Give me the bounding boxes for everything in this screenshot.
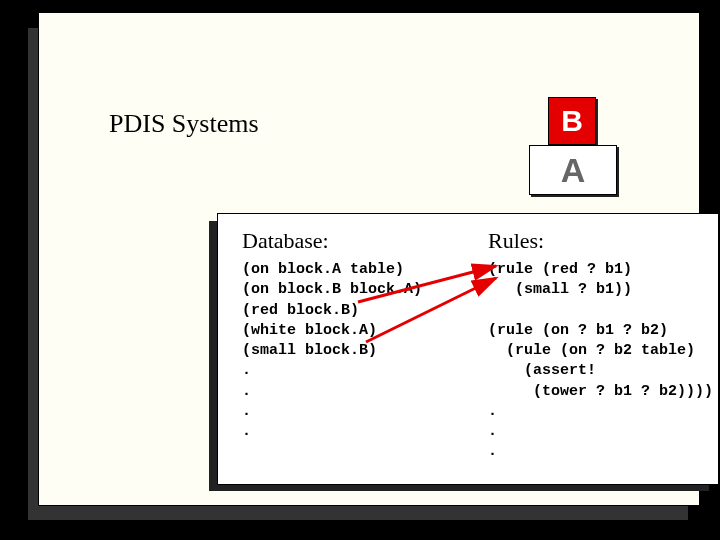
rules-column: Rules: (rule (red ? b1) (small ? b1)) (r…: [488, 228, 708, 463]
block-a: A: [529, 145, 617, 195]
database-code: (on block.A table) (on block.B block.A) …: [242, 260, 462, 442]
block-b: B: [548, 97, 596, 145]
database-column: Database: (on block.A table) (on block.B…: [242, 228, 462, 442]
block-a-label: A: [561, 151, 586, 190]
slide: PDIS Systems B A Database: (on block.A t…: [38, 12, 700, 506]
rules-heading: Rules:: [488, 228, 708, 254]
slide-title: PDIS Systems: [109, 109, 259, 139]
rules-code: (rule (red ? b1) (small ? b1)) (rule (on…: [488, 260, 708, 463]
stage: PDIS Systems B A Database: (on block.A t…: [0, 0, 720, 540]
block-b-label: B: [561, 104, 583, 138]
database-heading: Database:: [242, 228, 462, 254]
content-panel: Database: (on block.A table) (on block.B…: [217, 213, 719, 485]
